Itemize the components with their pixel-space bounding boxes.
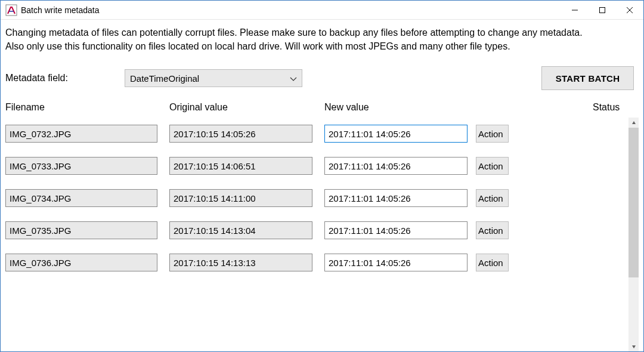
start-batch-label: START BATCH bbox=[556, 73, 620, 84]
metadata-field-label: Metadata field: bbox=[5, 73, 125, 84]
svg-rect-0 bbox=[6, 5, 17, 16]
header-filename: Filename bbox=[5, 102, 169, 113]
close-button[interactable] bbox=[616, 1, 643, 20]
action-button[interactable]: Action bbox=[476, 221, 509, 239]
warning-line-1: Changing metadata of files can potential… bbox=[5, 27, 583, 38]
scrollbar-track[interactable] bbox=[628, 128, 639, 341]
filename-field[interactable] bbox=[5, 157, 157, 175]
controls-row: Metadata field: DateTimeOriginal START B… bbox=[5, 66, 639, 90]
rows-container: ActionActionActionActionAction bbox=[5, 118, 628, 351]
table-row: Action bbox=[5, 182, 627, 214]
original-value-field[interactable] bbox=[169, 189, 312, 207]
maximize-button[interactable] bbox=[589, 1, 616, 20]
original-value-field[interactable] bbox=[169, 125, 312, 143]
table-row: Action bbox=[5, 214, 627, 246]
warning-line-2: Also only use this functionality on file… bbox=[5, 41, 510, 51]
scrollbar-thumb[interactable] bbox=[628, 128, 639, 277]
window-body: Changing metadata of files can potential… bbox=[1, 20, 643, 351]
action-button[interactable]: Action bbox=[476, 254, 509, 271]
original-value-field[interactable] bbox=[169, 157, 312, 175]
table-row: Action bbox=[5, 150, 627, 182]
action-button[interactable]: Action bbox=[476, 189, 509, 207]
svg-marker-5 bbox=[632, 121, 636, 124]
filename-field[interactable] bbox=[5, 221, 157, 239]
minimize-button[interactable] bbox=[561, 1, 589, 20]
window-title: Batch write metadata bbox=[21, 5, 100, 15]
action-button[interactable]: Action bbox=[476, 125, 509, 143]
column-headers: Filename Original value New value Status bbox=[5, 102, 639, 113]
new-value-field[interactable] bbox=[324, 157, 467, 175]
new-value-field[interactable] bbox=[324, 125, 467, 143]
new-value-field[interactable] bbox=[324, 189, 467, 207]
new-value-field[interactable] bbox=[324, 254, 467, 271]
header-newvalue: New value bbox=[324, 102, 479, 113]
scroll-down-button[interactable] bbox=[628, 341, 639, 351]
titlebar: Batch write metadata bbox=[1, 1, 643, 20]
rows-scroll-area: ActionActionActionActionAction bbox=[5, 118, 639, 351]
scroll-up-button[interactable] bbox=[628, 118, 639, 128]
warning-text: Changing metadata of files can potential… bbox=[5, 26, 639, 53]
chevron-down-icon bbox=[290, 73, 297, 84]
filename-field[interactable] bbox=[5, 189, 157, 207]
metadata-field-value: DateTimeOriginal bbox=[130, 73, 290, 84]
filename-field[interactable] bbox=[5, 254, 157, 271]
start-batch-button[interactable]: START BATCH bbox=[541, 66, 634, 90]
vertical-scrollbar[interactable] bbox=[628, 118, 639, 351]
header-original: Original value bbox=[169, 102, 324, 113]
action-button[interactable]: Action bbox=[476, 157, 509, 175]
table-row: Action bbox=[5, 246, 627, 279]
metadata-field-select[interactable]: DateTimeOriginal bbox=[125, 69, 302, 87]
original-value-field[interactable] bbox=[169, 221, 312, 239]
svg-rect-2 bbox=[600, 7, 605, 13]
app-icon bbox=[5, 4, 17, 16]
new-value-field[interactable] bbox=[324, 221, 467, 239]
filename-field[interactable] bbox=[5, 125, 157, 143]
svg-marker-6 bbox=[632, 345, 636, 348]
header-status: Status bbox=[515, 102, 628, 113]
original-value-field[interactable] bbox=[169, 254, 312, 271]
table-row: Action bbox=[5, 118, 627, 150]
app-window: Batch write metadata Changing metadata o… bbox=[0, 0, 644, 352]
